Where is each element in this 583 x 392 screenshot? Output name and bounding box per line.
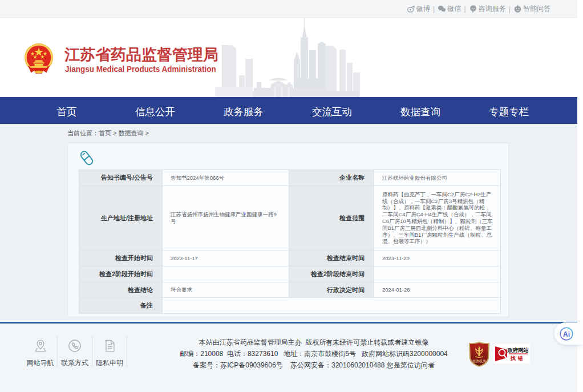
svg-text:政府网站: 政府网站 <box>507 347 529 353</box>
svg-text:Ai: Ai <box>563 330 570 338</box>
svg-text:党政机关: 党政机关 <box>472 359 487 363</box>
svg-text:找错: 找错 <box>510 355 525 361</box>
